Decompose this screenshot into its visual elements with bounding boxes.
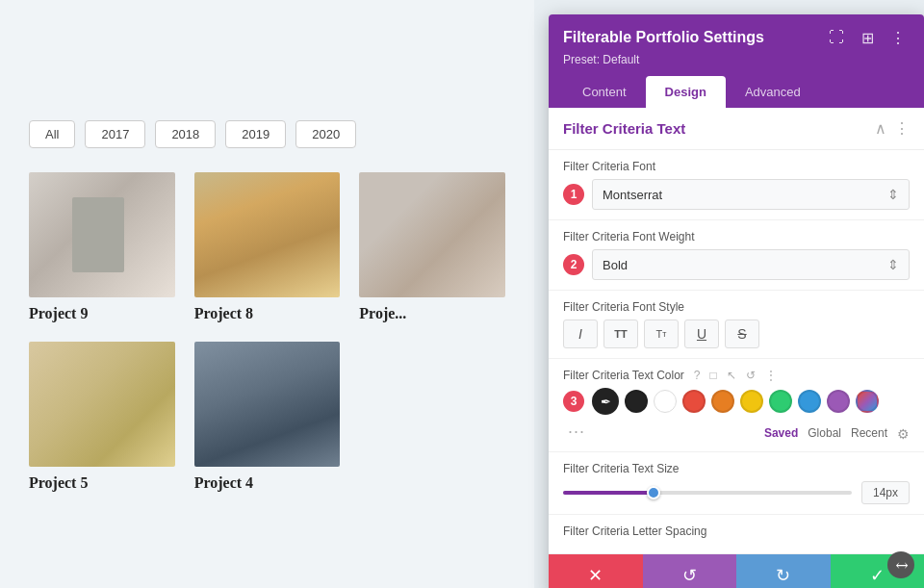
section-more-icon[interactable]: ⋮ bbox=[894, 119, 910, 138]
cancel-icon: ✕ bbox=[588, 565, 603, 586]
text-color-label: Filter Criteria Text Color ? □ ↖ ↺ ⋮ bbox=[563, 369, 910, 382]
color-row: 3 ✒ bbox=[563, 388, 910, 415]
font-style-field: Filter Criteria Font Style I TT Tт U S bbox=[549, 291, 924, 359]
project-thumb-partial bbox=[359, 172, 505, 297]
eyedropper-button[interactable]: ✒ bbox=[592, 388, 619, 415]
panel-tabs: Content Design Advanced bbox=[563, 76, 910, 108]
panel-header: Filterable Portfolio Settings ⛶ ⊞ ⋮ Pres… bbox=[549, 14, 924, 108]
color-settings-icon[interactable]: ⚙ bbox=[897, 426, 910, 442]
text-color-field: Filter Criteria Text Color ? □ ↖ ↺ ⋮ 3 ✒ bbox=[549, 359, 924, 452]
project-label-5: Project 5 bbox=[29, 474, 175, 492]
font-weight-value: Bold bbox=[603, 258, 628, 272]
portfolio-grid: Project 9 Project 8 Proje... Project 5 P… bbox=[29, 172, 505, 492]
filter-bar: All 2017 2018 2019 2020 bbox=[29, 120, 505, 148]
font-field: Filter Criteria Font 1 Montserrat ⇕ bbox=[549, 150, 924, 220]
tab-advanced[interactable]: Advanced bbox=[726, 76, 820, 108]
font-weight-field-row: 2 Bold ⇕ bbox=[563, 249, 910, 280]
color-swatch-yellow[interactable] bbox=[740, 390, 763, 413]
panel-title: Filterable Portfolio Settings bbox=[563, 29, 764, 46]
project-label-9: Project 9 bbox=[29, 305, 175, 322]
list-item: Project 9 bbox=[29, 172, 175, 322]
reset-button[interactable]: ↺ bbox=[643, 554, 737, 588]
step-badge-3: 3 bbox=[563, 391, 584, 412]
list-item: Project 4 bbox=[194, 342, 341, 492]
size-value[interactable]: 14px bbox=[861, 481, 910, 504]
slider-thumb[interactable] bbox=[647, 486, 660, 499]
font-field-row: 1 Montserrat ⇕ bbox=[563, 179, 910, 210]
slider-fill bbox=[563, 491, 650, 495]
project-thumb-5 bbox=[29, 342, 175, 467]
filter-2019[interactable]: 2019 bbox=[225, 120, 286, 148]
letter-spacing-field: Filter Criteria Letter Spacing bbox=[549, 515, 924, 554]
font-value: Montserrat bbox=[603, 188, 662, 202]
fullscreen-icon[interactable]: ⛶ bbox=[825, 26, 848, 49]
action-bar: ✕ ↺ ↻ ✓ bbox=[549, 554, 924, 588]
settings-panel: Filterable Portfolio Settings ⛶ ⊞ ⋮ Pres… bbox=[549, 14, 924, 588]
list-item: Proje... bbox=[359, 172, 505, 322]
reset-color-icon[interactable]: ↺ bbox=[746, 369, 756, 382]
underline-button[interactable]: U bbox=[684, 320, 719, 348]
font-style-row: I TT Tт U S bbox=[563, 320, 910, 348]
checkmark-icon: ✓ bbox=[870, 565, 885, 586]
project-thumb-8 bbox=[194, 172, 341, 297]
redo-button[interactable]: ↻ bbox=[736, 554, 831, 588]
section-title: Filter Criteria Text bbox=[563, 120, 685, 137]
reset-icon: ↺ bbox=[682, 565, 697, 586]
section-header-icons: ∧ ⋮ bbox=[875, 119, 910, 138]
tab-design[interactable]: Design bbox=[646, 76, 726, 108]
project-label-8: Project 8 bbox=[194, 305, 341, 322]
color-swatch-black[interactable] bbox=[625, 390, 648, 413]
color-swatches: ✒ bbox=[592, 388, 879, 415]
color-swatch-orange[interactable] bbox=[711, 390, 734, 413]
font-select[interactable]: Montserrat ⇕ bbox=[592, 179, 910, 210]
font-style-label: Filter Criteria Font Style bbox=[563, 300, 910, 314]
color-swatch-white[interactable] bbox=[654, 390, 677, 413]
color-swatch-green[interactable] bbox=[769, 390, 792, 413]
color-swatch-purple[interactable] bbox=[827, 390, 850, 413]
grid-icon[interactable]: ⊞ bbox=[856, 26, 879, 49]
color-swatch-red[interactable] bbox=[682, 390, 706, 413]
project-label-4: Project 4 bbox=[194, 474, 341, 492]
help-icon[interactable]: ? bbox=[694, 369, 701, 382]
step-badge-1: 1 bbox=[563, 184, 584, 205]
filter-2017[interactable]: 2017 bbox=[85, 120, 145, 148]
chevron-down-icon-2: ⇕ bbox=[887, 257, 899, 272]
tab-content[interactable]: Content bbox=[563, 76, 646, 108]
italic-button[interactable]: I bbox=[563, 320, 598, 348]
project-thumb-9 bbox=[29, 172, 175, 297]
filter-2018[interactable]: 2018 bbox=[155, 120, 216, 148]
mobile-icon[interactable]: □ bbox=[710, 369, 717, 382]
font-weight-field: Filter Criteria Font Weight 2 Bold ⇕ bbox=[549, 220, 924, 291]
letter-spacing-label: Filter Criteria Letter Spacing bbox=[563, 524, 910, 538]
collapse-icon[interactable]: ∧ bbox=[875, 119, 886, 138]
font-weight-select[interactable]: Bold ⇕ bbox=[592, 249, 910, 280]
capitalize-button[interactable]: Tт bbox=[644, 320, 679, 348]
color-more-icon[interactable]: ⋮ bbox=[765, 369, 777, 382]
recent-tab[interactable]: Recent bbox=[851, 426, 887, 442]
saved-tab[interactable]: Saved bbox=[764, 426, 798, 442]
eyedropper-icon: ✒ bbox=[601, 395, 611, 409]
project-label-partial: Proje... bbox=[359, 305, 505, 322]
chevron-down-icon: ⇕ bbox=[887, 187, 899, 202]
more-swatches-button[interactable]: ··· bbox=[568, 422, 585, 442]
style-buttons: I TT Tт U S bbox=[563, 320, 910, 348]
panel-title-row: Filterable Portfolio Settings ⛶ ⊞ ⋮ bbox=[563, 26, 910, 49]
panel-preset[interactable]: Preset: Default bbox=[563, 53, 910, 66]
text-size-field: Filter Criteria Text Size 14px bbox=[549, 452, 924, 515]
size-slider[interactable] bbox=[563, 491, 852, 495]
filter-2020[interactable]: 2020 bbox=[295, 120, 356, 148]
strikethrough-button[interactable]: S bbox=[725, 320, 759, 348]
global-tab[interactable]: Global bbox=[808, 426, 841, 442]
step-badge-2: 2 bbox=[563, 254, 584, 275]
color-footer: ··· Saved Global Recent ⚙ bbox=[563, 421, 910, 442]
more-icon[interactable]: ⋮ bbox=[886, 26, 910, 49]
panel-body: Filter Criteria Text ∧ ⋮ Filter Criteria… bbox=[549, 108, 924, 554]
pointer-icon[interactable]: ↖ bbox=[727, 369, 736, 382]
color-swatch-gradient[interactable] bbox=[856, 390, 879, 413]
filter-all[interactable]: All bbox=[29, 120, 75, 148]
panel-header-icons: ⛶ ⊞ ⋮ bbox=[825, 26, 910, 49]
slider-row: 14px bbox=[563, 481, 910, 504]
color-swatch-blue[interactable] bbox=[798, 390, 821, 413]
cancel-button[interactable]: ✕ bbox=[549, 554, 643, 588]
uppercase-button[interactable]: TT bbox=[603, 320, 638, 348]
